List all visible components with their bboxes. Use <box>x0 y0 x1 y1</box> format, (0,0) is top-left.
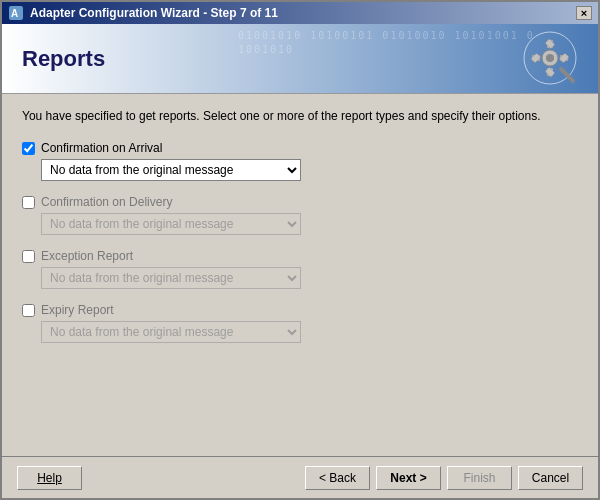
report-label-row-confirmation_arrival: Confirmation on Arrival <box>22 141 578 155</box>
svg-rect-8 <box>559 53 569 63</box>
close-button[interactable]: × <box>576 6 592 20</box>
dropdown-container-exception_report: No data from the original messageAll dat… <box>41 267 578 289</box>
svg-rect-9 <box>545 67 555 77</box>
back-button[interactable]: < Back <box>305 466 370 490</box>
finish-button[interactable]: Finish <box>447 466 512 490</box>
report-section-exception_report: Exception ReportNo data from the origina… <box>22 249 578 289</box>
label-confirmation_arrival: Confirmation on Arrival <box>41 141 162 155</box>
dropdown-confirmation_arrival[interactable]: No data from the original messageAll dat… <box>41 159 301 181</box>
footer-left: Help <box>17 466 82 490</box>
dropdown-exception_report: No data from the original messageAll dat… <box>41 267 301 289</box>
label-confirmation_delivery: Confirmation on Delivery <box>41 195 172 209</box>
wizard-window: A Adapter Configuration Wizard - Step 7 … <box>0 0 600 500</box>
title-bar: A Adapter Configuration Wizard - Step 7 … <box>2 2 598 24</box>
checkbox-confirmation_delivery[interactable] <box>22 196 35 209</box>
dropdown-container-confirmation_delivery: No data from the original messageAll dat… <box>41 213 578 235</box>
report-label-row-exception_report: Exception Report <box>22 249 578 263</box>
background-text: 01001010 10100101 01010010 10101001 0100… <box>238 29 538 57</box>
label-expiry_report: Expiry Report <box>41 303 114 317</box>
footer: Help < Back Next > Finish Cancel <box>2 456 598 498</box>
checkbox-expiry_report[interactable] <box>22 304 35 317</box>
help-button[interactable]: Help <box>17 466 82 490</box>
report-section-expiry_report: Expiry ReportNo data from the original m… <box>22 303 578 343</box>
cancel-button[interactable]: Cancel <box>518 466 583 490</box>
report-section-confirmation_delivery: Confirmation on DeliveryNo data from the… <box>22 195 578 235</box>
gear-icon <box>523 31 578 86</box>
description-text: You have specified to get reports. Selec… <box>22 109 578 123</box>
app-icon: A <box>8 5 24 21</box>
svg-rect-10 <box>531 53 541 63</box>
svg-rect-11 <box>545 39 555 49</box>
report-label-row-expiry_report: Expiry Report <box>22 303 578 317</box>
svg-text:A: A <box>11 8 18 19</box>
next-button[interactable]: Next > <box>376 466 441 490</box>
report-section-confirmation_arrival: Confirmation on ArrivalNo data from the … <box>22 141 578 181</box>
checkbox-confirmation_arrival[interactable] <box>22 142 35 155</box>
checkbox-exception_report[interactable] <box>22 250 35 263</box>
reports-container: Confirmation on ArrivalNo data from the … <box>22 141 578 343</box>
page-title: Reports <box>22 46 105 72</box>
dropdown-confirmation_delivery: No data from the original messageAll dat… <box>41 213 301 235</box>
dropdown-container-expiry_report: No data from the original messageAll dat… <box>41 321 578 343</box>
dropdown-container-confirmation_arrival: No data from the original messageAll dat… <box>41 159 578 181</box>
svg-point-12 <box>546 54 554 62</box>
title-bar-text: Adapter Configuration Wizard - Step 7 of… <box>30 6 278 20</box>
content-area: You have specified to get reports. Selec… <box>2 94 598 456</box>
header-banner: Reports 01001010 10100101 01010010 10101… <box>2 24 598 94</box>
label-exception_report: Exception Report <box>41 249 133 263</box>
svg-line-13 <box>561 69 573 81</box>
footer-right: < Back Next > Finish Cancel <box>305 466 583 490</box>
dropdown-expiry_report: No data from the original messageAll dat… <box>41 321 301 343</box>
title-bar-left: A Adapter Configuration Wizard - Step 7 … <box>8 5 278 21</box>
report-label-row-confirmation_delivery: Confirmation on Delivery <box>22 195 578 209</box>
